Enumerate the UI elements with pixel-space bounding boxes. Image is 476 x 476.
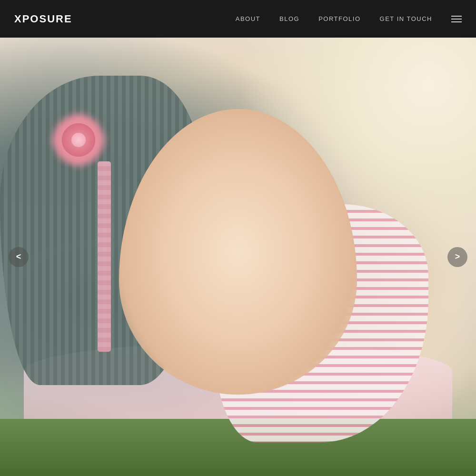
- hamburger-menu-icon[interactable]: [451, 16, 462, 22]
- nav-get-in-touch[interactable]: GET IN TOUCH: [380, 15, 432, 22]
- nav-blog[interactable]: BLOG: [279, 15, 299, 22]
- site-header: XPOSURE ABOUT BLOG PORTFOLIO GET IN TOUC…: [0, 0, 476, 38]
- main-nav: ABOUT BLOG PORTFOLIO GET IN TOUCH: [236, 15, 462, 22]
- hat-ribbon: [98, 161, 111, 352]
- hero-slideshow: < >: [0, 38, 476, 476]
- nav-portfolio[interactable]: PORTFOLIO: [318, 15, 360, 22]
- nav-about[interactable]: ABOUT: [236, 15, 260, 22]
- flower-decoration: [52, 114, 105, 166]
- slideshow-prev-button[interactable]: <: [9, 247, 29, 267]
- slideshow-next-button[interactable]: >: [447, 247, 467, 267]
- site-logo[interactable]: XPOSURE: [14, 13, 72, 25]
